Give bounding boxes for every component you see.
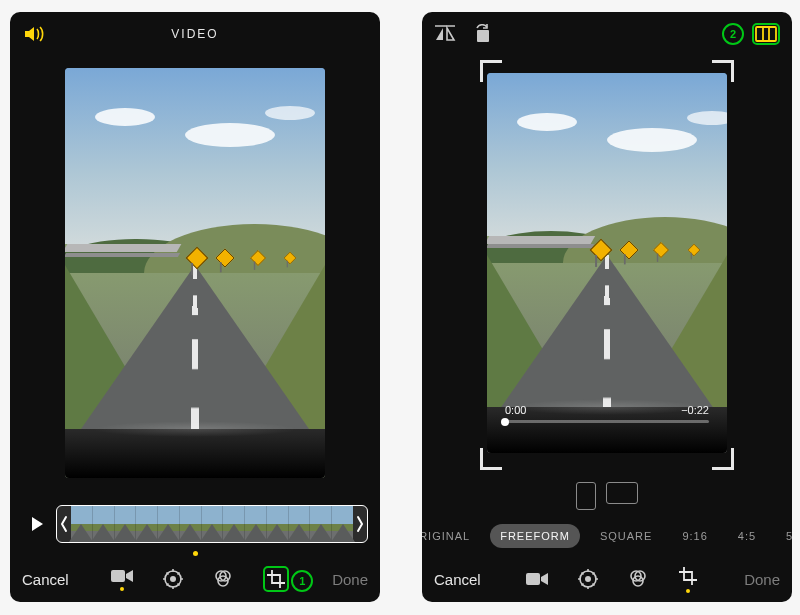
orientation-portrait[interactable] — [576, 482, 596, 510]
active-tab-dot — [120, 587, 124, 591]
screen-edit-video: VIDEO — [10, 12, 380, 602]
aspect-ratio-icon[interactable] — [755, 26, 777, 42]
edit-mode-tabs — [526, 566, 698, 593]
aspect-ratio-options[interactable]: ORIGINALFREEFORMSQUARE9:164:55:7 — [422, 524, 792, 548]
aspect-option-5-7[interactable]: 5:7 — [776, 524, 792, 548]
top-bar: VIDEO — [10, 12, 380, 56]
crop-tab-icon[interactable] — [266, 569, 286, 589]
filmstrip-frames[interactable] — [71, 506, 353, 542]
volume-icon[interactable] — [22, 24, 46, 44]
aspect-option-square[interactable]: SQUARE — [590, 524, 662, 548]
crop-tab-highlight: 1 — [263, 566, 289, 592]
filmstrip-frame[interactable] — [136, 506, 158, 542]
adjust-tab-icon[interactable] — [578, 569, 598, 589]
filmstrip-frame[interactable] — [245, 506, 267, 542]
crop-tab-icon[interactable] — [678, 566, 698, 586]
filmstrip-frame[interactable] — [115, 506, 137, 542]
filmstrip-frame[interactable] — [332, 506, 353, 542]
filmstrip-frame[interactable] — [158, 506, 180, 542]
filmstrip-frame[interactable] — [310, 506, 332, 542]
svg-point-12 — [585, 576, 591, 582]
filmstrip-frame[interactable] — [202, 506, 224, 542]
play-button[interactable] — [20, 507, 54, 541]
svg-rect-7 — [756, 27, 776, 41]
filters-tab-icon[interactable] — [213, 569, 233, 589]
svg-rect-10 — [526, 573, 540, 585]
crop-handle-tl[interactable] — [480, 60, 502, 82]
done-button[interactable]: Done — [332, 571, 368, 588]
video-frame — [65, 68, 325, 478]
crop-frame[interactable] — [480, 60, 734, 470]
trim-handle-right[interactable] — [353, 506, 367, 542]
video-tab-icon[interactable] — [526, 571, 548, 587]
crop-handle-tr[interactable] — [712, 60, 734, 82]
edit-mode-tabs: 1 — [111, 566, 289, 592]
screen-crop-aspect: 2 — [422, 12, 792, 602]
filmstrip-frame[interactable] — [180, 506, 202, 542]
step-badge-2: 2 — [722, 23, 744, 45]
crop-preview[interactable]: 0:00 −0:22 — [480, 60, 734, 470]
aspect-ratio-highlight — [752, 23, 780, 45]
orientation-toggle — [576, 482, 638, 510]
filmstrip-frame[interactable] — [71, 506, 93, 542]
done-button[interactable]: Done — [744, 571, 780, 588]
filmstrip-frame[interactable] — [223, 506, 245, 542]
aspect-option-9-16[interactable]: 9:16 — [672, 524, 717, 548]
crop-handle-br[interactable] — [712, 448, 734, 470]
filmstrip-frame[interactable] — [267, 506, 289, 542]
rotate-icon[interactable] — [472, 24, 492, 44]
cancel-button[interactable]: Cancel — [22, 571, 69, 588]
bottom-bar: Cancel — [422, 556, 792, 602]
trim-filmstrip[interactable] — [56, 505, 368, 543]
filmstrip-frame[interactable] — [93, 506, 115, 542]
active-tab-dot — [686, 589, 690, 593]
svg-rect-0 — [111, 570, 125, 582]
flip-horizontal-icon[interactable] — [434, 25, 456, 43]
top-bar: 2 — [422, 12, 792, 56]
step-badge-1: 1 — [291, 570, 313, 592]
adjust-tab-icon[interactable] — [163, 569, 183, 589]
filmstrip-frame[interactable] — [289, 506, 311, 542]
aspect-option-original[interactable]: ORIGINAL — [422, 524, 480, 548]
cancel-button[interactable]: Cancel — [434, 571, 481, 588]
header-title: VIDEO — [80, 27, 310, 41]
svg-point-2 — [170, 576, 176, 582]
bottom-bar: Cancel — [10, 556, 380, 602]
aspect-option-4-5[interactable]: 4:5 — [728, 524, 766, 548]
filters-tab-icon[interactable] — [628, 569, 648, 589]
orientation-landscape[interactable] — [606, 482, 638, 504]
svg-rect-6 — [477, 30, 489, 42]
video-tab-icon[interactable] — [111, 568, 133, 584]
timeline — [20, 502, 370, 546]
crop-handle-bl[interactable] — [480, 448, 502, 470]
aspect-option-freeform[interactable]: FREEFORM — [490, 524, 580, 548]
video-preview[interactable] — [10, 56, 380, 490]
